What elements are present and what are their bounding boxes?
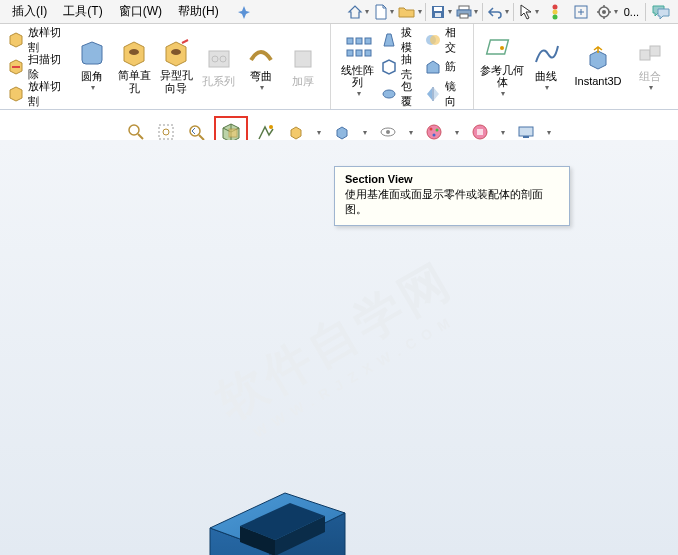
svg-point-40	[190, 126, 200, 136]
features-group-3: 参考几何体▾ 曲线▾ Instant3D 组合▾	[474, 24, 678, 109]
svg-point-42	[269, 125, 273, 129]
svg-point-44	[386, 130, 390, 134]
menu-help[interactable]: 帮助(H)	[170, 1, 227, 22]
pin-icon[interactable]	[237, 5, 251, 19]
intersect-button[interactable]: 相交	[423, 28, 467, 52]
sweep-cut-icon	[8, 59, 24, 75]
hole-wizard-button[interactable]: 异型孔向导	[155, 26, 197, 107]
quick-zero[interactable]: 0...	[620, 2, 643, 22]
rib-icon	[425, 59, 441, 75]
instant3d-button[interactable]: Instant3D	[568, 26, 628, 107]
svg-point-30	[430, 35, 440, 45]
chat-icon[interactable]	[648, 2, 674, 22]
svg-line-37	[138, 134, 143, 139]
assemble-button: 组合▾	[628, 26, 672, 107]
draft-icon	[381, 32, 397, 48]
svg-point-47	[436, 129, 439, 132]
svg-rect-25	[347, 50, 353, 56]
svg-rect-38	[159, 125, 173, 139]
svg-rect-5	[460, 14, 468, 18]
label: 曲线	[535, 70, 557, 82]
menu-insert[interactable]: 插入(I)	[4, 1, 55, 22]
print-icon[interactable]: ▾	[454, 2, 480, 22]
hole-series-icon	[205, 45, 233, 73]
wrap-icon	[381, 86, 397, 102]
thicken-icon	[289, 45, 317, 73]
svg-rect-35	[650, 46, 660, 56]
shell-button[interactable]: 抽壳	[379, 55, 423, 79]
svg-point-20	[220, 56, 226, 62]
draft-button[interactable]: 拔模	[379, 28, 423, 52]
menu-tools[interactable]: 工具(T)	[55, 1, 110, 22]
bend-icon	[247, 40, 275, 68]
bend-button[interactable]: 弯曲▾	[240, 26, 282, 107]
label: 拔模	[401, 25, 421, 55]
curves-icon	[532, 40, 560, 68]
linear-pattern-button[interactable]: 线性阵列▾	[337, 26, 379, 107]
hole-wizard-icon	[162, 39, 190, 67]
loft-cut-button[interactable]: 放样切割	[6, 82, 71, 106]
label: 包覆	[401, 79, 421, 109]
svg-rect-3	[459, 6, 469, 10]
label: 弯曲	[250, 70, 272, 82]
options-icon[interactable]: ▾	[594, 2, 620, 22]
svg-point-48	[433, 134, 436, 137]
tooltip-body: 使用基准面或面显示零件或装配体的剖面图。	[345, 187, 559, 217]
label: 放样切割	[28, 25, 69, 55]
features-group-2: 线性阵列▾ 拔模 抽壳 包覆 相交 筋 镜向	[331, 24, 474, 109]
svg-point-16	[129, 49, 139, 55]
label: 组合	[639, 70, 661, 82]
ribbon: 放样切割 扫描切除 放样切割 圆角▾ 简单直孔 异型孔向导 孔系列	[0, 24, 678, 110]
open-icon[interactable]: ▾	[397, 2, 423, 22]
svg-rect-23	[356, 38, 362, 44]
svg-point-6	[552, 4, 557, 9]
new-doc-icon[interactable]: ▾	[371, 2, 397, 22]
loft-cut-icon	[8, 86, 24, 102]
sweep-cut-button[interactable]: 扫描切除	[6, 55, 71, 79]
label: 镜向	[445, 79, 465, 109]
svg-point-36	[129, 125, 139, 135]
svg-rect-32	[487, 40, 509, 54]
svg-rect-1	[434, 7, 442, 11]
save-icon[interactable]: ▾	[428, 2, 454, 22]
watermark: 软件自学网 WWW.RJZXW.COM	[206, 248, 471, 447]
svg-rect-41	[229, 129, 237, 137]
label: 线性阵列	[337, 64, 379, 88]
svg-point-46	[430, 128, 433, 131]
traffic-light-icon[interactable]	[542, 2, 568, 22]
hole-series-button: 孔系列	[197, 26, 239, 107]
viewport[interactable]: 软件自学网 WWW.RJZXW.COM Section View 使用基准面或面…	[0, 140, 678, 555]
label: 简单直孔	[113, 69, 155, 93]
extrude-cut-button[interactable]: 放样切割	[6, 28, 71, 52]
select-icon[interactable]: ▾	[516, 2, 542, 22]
fillet-button[interactable]: 圆角▾	[71, 26, 113, 107]
label: Instant3D	[574, 75, 621, 87]
intersect-icon	[425, 32, 441, 48]
svg-point-33	[500, 46, 504, 50]
menu-window[interactable]: 窗口(W)	[111, 1, 170, 22]
svg-rect-50	[477, 129, 483, 135]
label: 圆角	[81, 70, 103, 82]
assemble-icon	[636, 40, 664, 68]
svg-point-8	[552, 14, 557, 19]
linear-pattern-icon	[344, 34, 372, 62]
rib-button[interactable]: 筋	[423, 55, 467, 79]
wrap-button[interactable]: 包覆	[379, 82, 423, 106]
svg-point-7	[552, 9, 557, 14]
curves-button[interactable]: 曲线▾	[524, 26, 568, 107]
svg-rect-26	[356, 50, 362, 56]
simple-hole-button[interactable]: 简单直孔	[113, 26, 155, 107]
rebuild-icon[interactable]	[568, 2, 594, 22]
label: 孔系列	[202, 75, 235, 87]
svg-point-39	[163, 129, 169, 135]
ref-geometry-button[interactable]: 参考几何体▾	[480, 26, 524, 107]
home-icon[interactable]: ▾	[345, 2, 371, 22]
mirror-button[interactable]: 镜向	[423, 82, 467, 106]
menu-bar: 插入(I) 工具(T) 窗口(W) 帮助(H) ▾ ▾ ▾ ▾ ▾ ▾ ▾ ▾ …	[0, 0, 678, 24]
svg-rect-27	[365, 50, 371, 56]
label: 加厚	[292, 75, 314, 87]
label: 抽壳	[401, 52, 421, 82]
undo-icon[interactable]: ▾	[485, 2, 511, 22]
svg-rect-51	[519, 127, 533, 136]
svg-point-17	[171, 49, 181, 55]
